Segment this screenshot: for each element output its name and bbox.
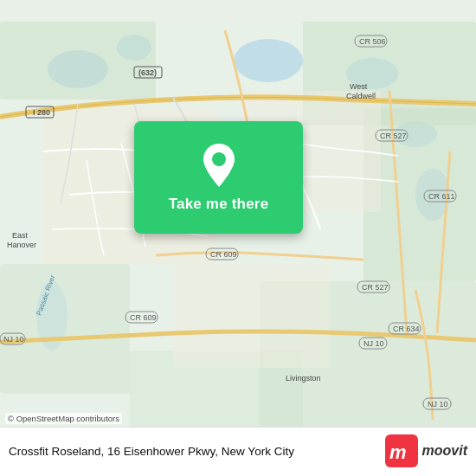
address-section: Crossfit Roseland, 16 Eisenhower Pkwy, N… — [9, 445, 376, 458]
svg-text:CR 527: CR 527 — [380, 132, 407, 140]
address-text: Crossfit Roseland, 16 Eisenhower Pkwy, N… — [9, 445, 376, 458]
svg-point-50 — [212, 152, 226, 166]
svg-text:Hanover: Hanover — [7, 241, 36, 249]
svg-text:I 280: I 280 — [33, 108, 50, 117]
moovit-brand-text: moovit — [422, 443, 467, 459]
svg-text:CR 527: CR 527 — [362, 283, 389, 292]
svg-text:West: West — [350, 82, 368, 91]
location-pin-icon — [200, 142, 238, 189]
svg-point-3 — [234, 39, 303, 82]
svg-rect-8 — [0, 22, 156, 100]
svg-text:(632): (632) — [138, 68, 157, 77]
svg-text:m: m — [389, 441, 407, 463]
svg-text:CR 611: CR 611 — [428, 192, 455, 201]
svg-text:CR 506: CR 506 — [359, 37, 386, 46]
moovit-brand-icon: m — [385, 434, 418, 467]
svg-text:East: East — [12, 231, 29, 240]
svg-text:NJ 10: NJ 10 — [3, 335, 24, 344]
svg-text:Caldwell: Caldwell — [346, 92, 376, 100]
bottom-bar: Crossfit Roseland, 16 Eisenhower Pkwy, N… — [0, 427, 476, 476]
map-container: I 280 (632) CR 506 West Caldwell CR 613 … — [0, 0, 476, 476]
svg-text:Livingston: Livingston — [286, 374, 321, 383]
svg-text:CR 609: CR 609 — [130, 313, 157, 322]
map-background: I 280 (632) CR 506 West Caldwell CR 613 … — [0, 0, 476, 476]
svg-text:CR 609: CR 609 — [210, 250, 237, 259]
svg-text:NJ 10: NJ 10 — [428, 400, 448, 408]
moovit-logo: m moovit — [385, 434, 467, 467]
take-me-there-button[interactable]: Take me there — [134, 121, 303, 234]
svg-text:NJ 10: NJ 10 — [363, 339, 384, 348]
svg-rect-11 — [0, 264, 130, 394]
svg-text:CR 634: CR 634 — [393, 325, 420, 333]
take-me-there-label: Take me there — [169, 196, 269, 213]
osm-copyright: © OpenStreetMap contributors — [5, 413, 122, 424]
svg-rect-16 — [173, 264, 329, 368]
